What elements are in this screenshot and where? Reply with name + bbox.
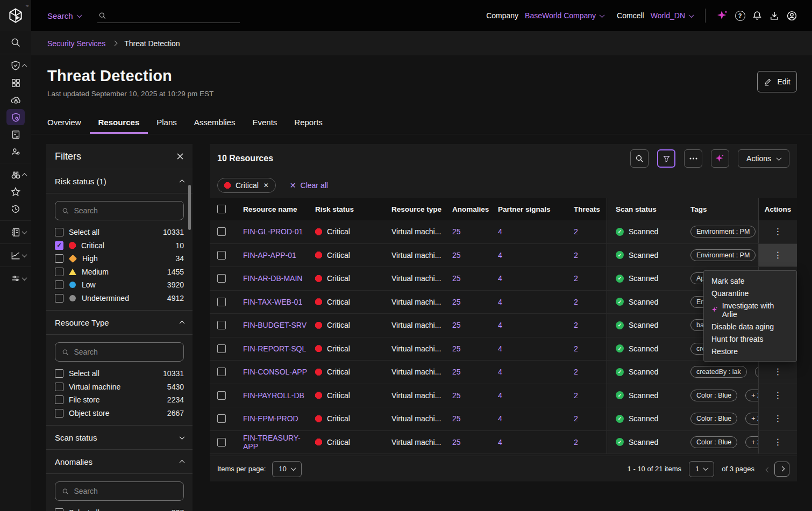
items-per-page-select[interactable]: 10	[272, 461, 301, 477]
company-dropdown[interactable]: BaseWorld Company	[525, 11, 604, 20]
menu-item-restore[interactable]: Restore	[704, 345, 796, 357]
threats-link[interactable]: 2	[574, 344, 578, 353]
row-actions-kebab[interactable]: ⋮	[774, 368, 782, 376]
checkbox[interactable]	[55, 508, 63, 511]
row-actions-kebab-open[interactable]: ⋮	[774, 251, 782, 260]
resource-type-section-header[interactable]: Resource Type	[46, 311, 193, 334]
sidebar-history[interactable]	[0, 201, 31, 217]
row-checkbox[interactable]	[217, 227, 226, 236]
filter-option-row[interactable]: Select all827	[46, 506, 193, 511]
row-checkbox[interactable]	[217, 344, 226, 353]
row-checkbox[interactable]	[217, 438, 226, 447]
page-number-select[interactable]: 1	[689, 461, 714, 477]
resource-name-link[interactable]: FIN-TREASURY-APP	[243, 434, 315, 451]
filter-option-row[interactable]: Object store2667	[46, 407, 193, 420]
tag-pill[interactable]: Color : Blue	[690, 436, 737, 448]
tag-pill[interactable]: Environment : PM	[690, 226, 756, 237]
anomalies-link[interactable]: 25	[452, 321, 461, 329]
threats-link[interactable]: 2	[574, 251, 578, 260]
filter-option-row[interactable]: Undetermined4912	[46, 292, 193, 305]
sidebar-search[interactable]	[0, 34, 31, 51]
sidebar-threat-detection[interactable]	[0, 109, 31, 125]
risk-status-search[interactable]	[55, 201, 184, 220]
tab-resources[interactable]: Resources	[90, 110, 148, 134]
checkbox[interactable]	[55, 383, 63, 391]
next-page-button[interactable]	[774, 462, 789, 477]
tag-pill[interactable]: Color : Blue	[690, 413, 737, 424]
tag-pill[interactable]: Color : Blue	[690, 390, 737, 401]
filter-option-row[interactable]: Select all10331	[46, 226, 193, 239]
resource-name-link[interactable]: FIN-BUDGET-SRV	[243, 321, 307, 329]
filter-option-row[interactable]: File store2234	[46, 393, 193, 407]
account-button[interactable]	[783, 7, 800, 24]
resource-name-link[interactable]: FIN-GL-PROD-01	[243, 227, 303, 236]
help-button[interactable]: ?	[731, 7, 749, 24]
filters-scrollbar[interactable]	[188, 185, 191, 230]
menu-item-hunt-for-threats[interactable]: Hunt for threats	[704, 333, 796, 345]
threats-link[interactable]: 2	[574, 227, 578, 236]
anomalies-section-header[interactable]: Anomalies	[46, 450, 193, 473]
resource-name-link[interactable]: FIN-EPM-PROD	[243, 414, 298, 423]
row-checkbox[interactable]	[217, 298, 226, 306]
checkbox[interactable]	[55, 254, 63, 263]
tag-overflow-pill[interactable]: + 2	[745, 436, 758, 448]
row-checkbox[interactable]	[217, 368, 226, 376]
remove-chip-icon[interactable]: ✕	[263, 182, 269, 189]
checkbox[interactable]	[55, 294, 63, 303]
select-all-checkbox[interactable]	[217, 205, 226, 213]
resource-type-search-input[interactable]	[74, 348, 177, 356]
sidebar-monitoring-section[interactable]	[0, 247, 31, 263]
breadcrumb-parent-link[interactable]: Security Services	[47, 39, 105, 48]
anomalies-link[interactable]: 25	[452, 344, 461, 353]
tab-assemblies[interactable]: Assemblies	[186, 110, 244, 134]
tag-pill[interactable]: Environment : PM	[690, 249, 756, 261]
anomalies-link[interactable]: 25	[452, 391, 461, 400]
clear-all-filters[interactable]: ✕ Clear all	[290, 181, 328, 190]
row-checkbox[interactable]	[217, 251, 226, 260]
threats-link[interactable]: 2	[574, 414, 578, 423]
notifications-button[interactable]	[749, 7, 766, 24]
checkbox[interactable]	[55, 395, 63, 404]
edit-button[interactable]: Edit	[757, 71, 797, 92]
filter-option-row[interactable]: Medium1455	[46, 265, 193, 279]
checkbox[interactable]	[55, 409, 63, 418]
partner-signals-link[interactable]: 4	[498, 344, 502, 353]
anomalies-search-input[interactable]	[74, 487, 177, 495]
menu-item-disable-data-aging[interactable]: Disable data aging	[704, 320, 796, 333]
table-more-options-button[interactable]	[684, 149, 702, 168]
partner-signals-link[interactable]: 4	[498, 438, 502, 447]
menu-item-mark-safe[interactable]: Mark safe	[704, 275, 796, 287]
column-header-tags[interactable]: Tags	[689, 198, 758, 220]
filter-option-row[interactable]: Critical10	[46, 239, 193, 253]
resource-name-link[interactable]: FIN-REPORT-SQL	[243, 344, 306, 353]
partner-signals-link[interactable]: 4	[498, 227, 502, 236]
sidebar-discover-section[interactable]	[0, 167, 31, 183]
column-header-anomalies[interactable]: Anomalies	[452, 198, 498, 220]
threats-link[interactable]: 2	[574, 298, 578, 306]
anomalies-link[interactable]: 25	[452, 438, 461, 447]
anomalies-link[interactable]: 25	[452, 251, 461, 260]
anomalies-link[interactable]: 25	[452, 274, 461, 283]
tab-events[interactable]: Events	[244, 110, 286, 134]
partner-signals-link[interactable]: 4	[498, 391, 502, 400]
risk-status-section-header[interactable]: Risk status (1)	[46, 169, 193, 193]
partner-signals-link[interactable]: 4	[498, 251, 502, 260]
sidebar-security-section[interactable]	[0, 57, 31, 74]
table-ai-button[interactable]	[711, 149, 729, 168]
filter-option-row[interactable]: Select all10331	[46, 367, 193, 380]
download-button[interactable]	[766, 7, 783, 24]
row-actions-kebab[interactable]: ⋮	[774, 227, 782, 236]
partner-signals-link[interactable]: 4	[498, 368, 502, 376]
column-header-resource-name[interactable]: Resource name	[243, 198, 315, 220]
close-filters-button[interactable]	[176, 153, 184, 160]
resource-type-search[interactable]	[55, 342, 184, 362]
sidebar-settings-section[interactable]	[0, 270, 31, 286]
anomalies-link[interactable]: 25	[452, 227, 461, 236]
threats-link[interactable]: 2	[574, 274, 578, 283]
partner-signals-link[interactable]: 4	[498, 274, 502, 283]
table-filter-button[interactable]	[657, 149, 675, 168]
critical-filter-chip[interactable]: Critical ✕	[217, 178, 276, 193]
risk-status-search-input[interactable]	[74, 206, 177, 215]
global-search-input[interactable]	[111, 11, 238, 20]
threats-link[interactable]: 2	[574, 368, 578, 376]
